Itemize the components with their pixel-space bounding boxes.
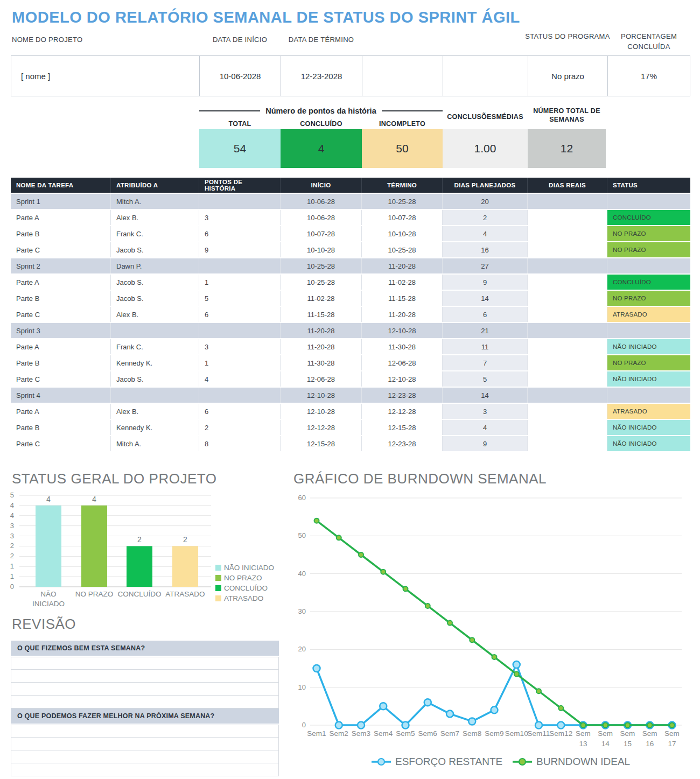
assignee-cell[interactable] (111, 323, 199, 338)
assignee-cell[interactable]: Alex B. (111, 307, 199, 322)
task-name-cell[interactable]: Parte C (11, 436, 111, 451)
end-cell[interactable]: 12-23-28 (362, 388, 443, 403)
status-cell[interactable]: NÃO INICIADO (607, 420, 690, 435)
assignee-cell[interactable]: Alex B. (111, 404, 199, 419)
revisao-empty-row[interactable] (11, 696, 279, 708)
status-cell[interactable]: NO PRAZO (607, 291, 690, 306)
revisao-empty-row[interactable] (11, 725, 279, 738)
task-name-cell[interactable]: Parte B (11, 355, 111, 370)
assignee-cell[interactable]: Dawn P. (111, 258, 199, 273)
planned-days-cell[interactable]: 3 (443, 404, 528, 419)
planned-days-cell[interactable]: 9 (443, 436, 528, 451)
actual-days-cell[interactable] (528, 210, 607, 225)
assignee-cell[interactable] (111, 388, 199, 403)
planned-days-cell[interactable]: 5 (443, 371, 528, 387)
start-cell[interactable]: 10-25-28 (281, 258, 362, 273)
actual-days-cell[interactable] (528, 388, 607, 403)
revisao-empty-row[interactable] (11, 738, 279, 750)
actual-days-cell[interactable] (528, 275, 607, 290)
task-name-cell[interactable]: Parte B (11, 420, 111, 435)
end-cell[interactable]: 11-20-28 (362, 258, 443, 273)
start-cell[interactable]: 11-15-28 (281, 307, 362, 322)
status-cell[interactable]: NÃO INICIADO (607, 339, 690, 354)
empty-cell[interactable] (443, 56, 528, 96)
task-name-cell[interactable]: Sprint 1 (11, 194, 111, 209)
status-cell[interactable]: NO PRAZO (607, 355, 690, 370)
actual-days-cell[interactable] (528, 323, 607, 338)
assignee-cell[interactable]: Jacob S. (111, 275, 199, 290)
start-cell[interactable]: 11-20-28 (281, 339, 362, 354)
status-cell[interactable] (607, 388, 690, 403)
planned-days-cell[interactable]: 9 (443, 275, 528, 290)
actual-days-cell[interactable] (528, 258, 607, 273)
end-cell[interactable]: 12-15-28 (362, 420, 443, 435)
assignee-cell[interactable]: Jacob S. (111, 242, 199, 257)
story-points-cell[interactable]: 6 (199, 404, 281, 419)
assignee-cell[interactable]: Frank C. (111, 226, 199, 241)
start-cell[interactable]: 12-06-28 (281, 371, 362, 387)
task-name-cell[interactable]: Parte A (11, 275, 111, 290)
start-date-value[interactable]: 10-06-2028 (200, 56, 281, 96)
story-points-cell[interactable]: 3 (199, 339, 281, 354)
start-cell[interactable]: 12-10-28 (281, 388, 362, 403)
task-name-cell[interactable]: Sprint 4 (11, 388, 111, 403)
start-cell[interactable]: 10-07-28 (281, 226, 362, 241)
project-name-value[interactable]: [ nome ] (11, 56, 200, 96)
planned-days-cell[interactable]: 7 (443, 355, 528, 370)
actual-days-cell[interactable] (528, 339, 607, 354)
revisao-empty-row[interactable] (11, 670, 279, 683)
revisao-empty-row[interactable] (11, 683, 279, 696)
revisao-empty-row[interactable] (11, 657, 279, 670)
task-name-cell[interactable]: Parte A (11, 210, 111, 225)
empty-cell[interactable] (362, 56, 443, 96)
task-name-cell[interactable]: Parte A (11, 404, 111, 419)
end-cell[interactable]: 11-30-28 (362, 339, 443, 354)
end-cell[interactable]: 10-10-28 (362, 226, 443, 241)
planned-days-cell[interactable]: 20 (443, 194, 528, 209)
planned-days-cell[interactable]: 4 (443, 420, 528, 435)
planned-days-cell[interactable]: 21 (443, 323, 528, 338)
task-name-cell[interactable]: Parte C (11, 242, 111, 257)
start-cell[interactable]: 12-12-28 (281, 420, 362, 435)
assignee-cell[interactable]: Kennedy K. (111, 420, 199, 435)
status-cell[interactable]: CONCLUÍDO (607, 210, 690, 225)
planned-days-cell[interactable]: 2 (443, 210, 528, 225)
assignee-cell[interactable]: Jacob S. (111, 371, 199, 387)
planned-days-cell[interactable]: 14 (443, 291, 528, 306)
story-points-cell[interactable]: 1 (199, 355, 281, 370)
start-cell[interactable]: 11-20-28 (281, 323, 362, 338)
task-name-cell[interactable]: Parte B (11, 291, 111, 306)
story-points-cell[interactable] (199, 323, 281, 338)
start-cell[interactable]: 10-06-28 (281, 194, 362, 209)
start-cell[interactable]: 10-10-28 (281, 242, 362, 257)
end-cell[interactable]: 12-12-28 (362, 404, 443, 419)
story-points-cell[interactable]: 9 (199, 242, 281, 257)
story-points-cell[interactable]: 1 (199, 275, 281, 290)
end-cell[interactable]: 12-06-28 (362, 355, 443, 370)
actual-days-cell[interactable] (528, 371, 607, 387)
story-points-cell[interactable]: 4 (199, 371, 281, 387)
task-name-cell[interactable]: Parte C (11, 307, 111, 322)
assignee-cell[interactable]: Mitch A. (111, 436, 199, 451)
end-cell[interactable]: 10-25-28 (362, 194, 443, 209)
start-cell[interactable]: 10-06-28 (281, 210, 362, 225)
actual-days-cell[interactable] (528, 404, 607, 419)
status-cell[interactable]: CONCLUÍDO (607, 275, 690, 290)
story-points-cell[interactable]: 5 (199, 291, 281, 306)
assignee-cell[interactable]: Jacob S. (111, 291, 199, 306)
assignee-cell[interactable]: Mitch A. (111, 194, 199, 209)
story-points-cell[interactable]: 6 (199, 226, 281, 241)
start-cell[interactable]: 10-25-28 (281, 275, 362, 290)
story-points-cell[interactable]: 3 (199, 210, 281, 225)
actual-days-cell[interactable] (528, 291, 607, 306)
planned-days-cell[interactable]: 11 (443, 339, 528, 354)
actual-days-cell[interactable] (528, 436, 607, 451)
actual-days-cell[interactable] (528, 242, 607, 257)
planned-days-cell[interactable]: 27 (443, 258, 528, 273)
revisao-empty-row[interactable] (11, 750, 279, 763)
status-cell[interactable]: NÃO INICIADO (607, 436, 690, 451)
actual-days-cell[interactable] (528, 194, 607, 209)
start-cell[interactable]: 12-10-28 (281, 404, 362, 419)
assignee-cell[interactable]: Alex B. (111, 210, 199, 225)
start-cell[interactable]: 11-02-28 (281, 291, 362, 306)
